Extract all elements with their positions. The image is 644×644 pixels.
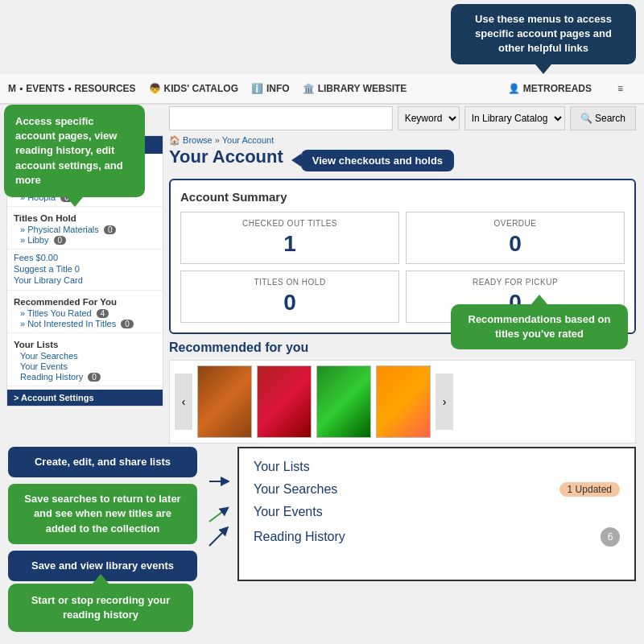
nav-menu-button[interactable]: ≡	[617, 83, 623, 94]
search-bar: Keyword In Library Catalog 🔍 🔍 Search Se…	[169, 105, 636, 132]
bottom-callouts-col: Create, edit, and share lists Save searc…	[8, 447, 197, 581]
sidebar-titles-rated[interactable]: » Titles You Rated 4	[20, 308, 156, 318]
on-hold-label: TITLES ON HOLD	[188, 278, 392, 287]
on-hold-value: 0	[188, 290, 392, 316]
breadcrumb-your-account[interactable]: Your Account	[222, 135, 274, 145]
reading-history-callout-text: Start or stop recording your reading his…	[31, 594, 171, 621]
book-cover-4[interactable]	[376, 365, 431, 438]
sidebar-fees-label[interactable]: Fees $0.00	[14, 253, 156, 262]
sidebar-account-settings[interactable]: > Account Settings	[7, 390, 163, 406]
reading-history-badge: 6	[601, 527, 620, 547]
sidebar-hold-libby[interactable]: » Libby 0	[20, 235, 156, 245]
nav-info-label: INFO	[266, 83, 290, 94]
sidebar-reading-history[interactable]: Reading History 0	[20, 372, 156, 382]
overdue-value: 0	[413, 231, 617, 257]
checkouts-callout: View checkouts and holds	[301, 150, 454, 171]
breadcrumb-browse[interactable]: Browse	[183, 135, 213, 145]
info-icon: ℹ️	[251, 83, 263, 94]
nav-metroreads-label: METROREADS	[523, 83, 592, 94]
hamburger-icon: ≡	[617, 83, 623, 94]
left-account-callout: Access specific account pages, view read…	[4, 105, 145, 197]
nav-library-website[interactable]: 🏛️ LIBRARY WEBSITE	[303, 83, 407, 94]
list-row-your-lists[interactable]: Your Lists	[254, 460, 620, 474]
ready-pickup-label: READY FOR PICKUP	[413, 278, 617, 287]
sidebar-lists-title: Your Lists	[14, 340, 156, 349]
keyword-select[interactable]: Keyword	[398, 106, 460, 130]
checked-out-label: CHECKED OUT TITLES	[188, 219, 392, 228]
page-title: Your Account	[169, 147, 283, 167]
sidebar-hold-physical[interactable]: » Physical Materials 0	[20, 225, 156, 234]
save-events-text: Save and view library events	[31, 559, 174, 572]
sidebar-recommended-title: Recommended For You	[14, 297, 156, 307]
top-menu-callout: Use these menus to access specific accou…	[451, 4, 636, 64]
navbar: M ▪ EVENTS ▪ RESOURCES 👦 KIDS' CATALOG ℹ…	[0, 74, 644, 105]
catalog-select[interactable]: In Library Catalog	[464, 106, 565, 130]
breadcrumb: 🏠 Browse » Your Account	[169, 135, 274, 146]
reading-history-callout: Start or stop recording your reading his…	[8, 584, 193, 632]
your-events-label: Your Events	[254, 505, 620, 519]
recs-next-button[interactable]: ›	[436, 374, 453, 430]
your-lists-label: Your Lists	[254, 460, 620, 474]
list-row-reading-history[interactable]: Reading History 6	[254, 527, 620, 547]
overdue-cell: OVERDUE 0	[406, 212, 625, 264]
sidebar-on-hold: Titles On Hold » Physical Materials 0 » …	[7, 207, 163, 250]
search-input[interactable]	[169, 106, 393, 130]
search-icon: 🔍	[580, 113, 592, 124]
book-cover-1[interactable]	[197, 365, 252, 438]
nav-logo: M ▪ EVENTS ▪ RESOURCES	[8, 83, 136, 94]
checkouts-callout-text: View checkouts and holds	[312, 155, 443, 167]
save-searches-text: Save searches to return to later and see…	[24, 493, 180, 534]
overdue-label: OVERDUE	[413, 219, 617, 228]
list-row-your-events[interactable]: Your Events	[254, 505, 620, 519]
arrow-connector	[205, 447, 229, 581]
create-lists-text: Create, edit, and share lists	[35, 456, 171, 468]
recs-callout-text: Recommendations based on titles you've r…	[469, 313, 611, 340]
sidebar-lists: Your Lists Your Searches Your Events Rea…	[7, 333, 163, 386]
recs-callout: Recommendations based on titles you've r…	[451, 304, 628, 349]
search-button[interactable]: 🔍 🔍 Search Search	[570, 106, 636, 130]
recs-books-container: ‹ ›	[169, 360, 636, 444]
nav-library-label: LIBRARY WEBSITE	[318, 83, 407, 94]
searches-updated-badge: 1 Updated	[559, 482, 620, 497]
top-menu-callout-text: Use these menus to access specific accou…	[475, 13, 612, 54]
nav-kids-catalog[interactable]: 👦 KIDS' CATALOG	[149, 83, 238, 94]
nav-metroreads[interactable]: 👤 METROREADS	[508, 83, 592, 94]
sidebar-footer-label: > Account Settings	[14, 393, 94, 402]
on-hold-cell: TITLES ON HOLD 0	[180, 270, 399, 323]
nav-kids-label: KIDS' CATALOG	[164, 83, 238, 94]
sidebar-fees: Fees $0.00 Suggest a Title 0 Your Librar…	[7, 250, 163, 291]
sidebar-your-searches[interactable]: Your Searches	[20, 351, 156, 361]
your-searches-label: Your Searches	[254, 482, 553, 497]
list-row-your-searches[interactable]: Your Searches 1 Updated	[254, 482, 620, 497]
book-cover-3[interactable]	[316, 365, 371, 438]
sidebar-your-events[interactable]: Your Events	[20, 361, 156, 371]
sidebar-not-interested[interactable]: » Not Interested In Titles 0	[20, 319, 156, 328]
sidebar-recommended: Recommended For You » Titles You Rated 4…	[7, 291, 163, 333]
sidebar-on-hold-title: Titles On Hold	[14, 213, 156, 223]
svg-line-2	[209, 510, 225, 522]
nav-info[interactable]: ℹ️ INFO	[251, 83, 290, 94]
main-content: Your Account View checkouts and holds Ac…	[169, 147, 636, 444]
checked-out-cell: CHECKED OUT TITLES 1	[180, 212, 399, 264]
recs-prev-button[interactable]: ‹	[175, 374, 192, 430]
svg-line-3	[209, 530, 225, 546]
user-icon: 👤	[508, 83, 520, 94]
create-lists-callout: Create, edit, and share lists	[8, 447, 197, 477]
sidebar-suggest[interactable]: Suggest a Title 0	[14, 264, 156, 274]
reading-history-label: Reading History	[254, 530, 594, 544]
recommendations-section: Recommended for you ‹ ›	[169, 341, 636, 444]
book-cover-2[interactable]	[257, 365, 312, 438]
summary-title: Account Summary	[180, 190, 625, 204]
checked-out-value: 1	[188, 231, 392, 257]
library-icon: 🏛️	[303, 83, 315, 94]
breadcrumb-icon: 🏠	[169, 135, 180, 145]
save-searches-callout: Save searches to return to later and see…	[8, 484, 197, 544]
lists-panel: Your Lists Your Searches 1 Updated Your …	[237, 447, 636, 581]
left-callout-text: Access specific account pages, view read…	[15, 115, 123, 186]
kids-icon: 👦	[149, 83, 161, 94]
sidebar-library-card[interactable]: Your Library Card	[14, 275, 156, 285]
